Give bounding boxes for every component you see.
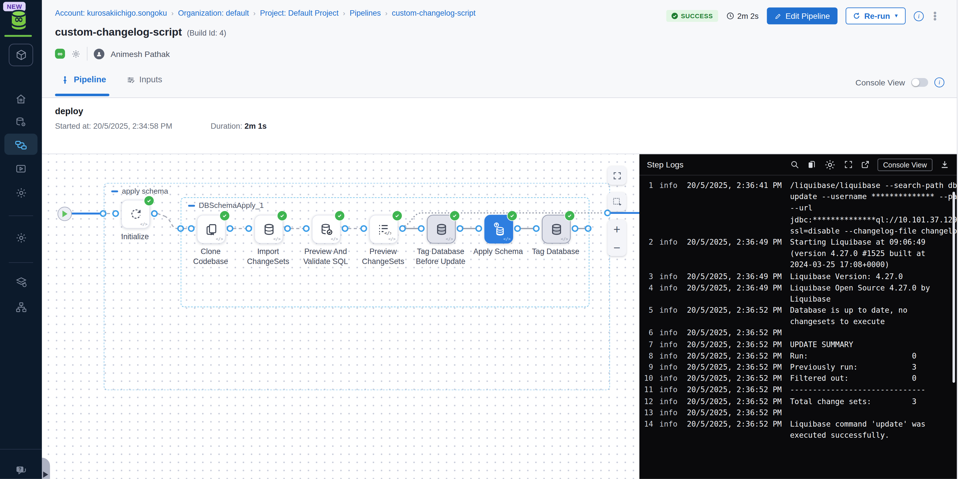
chevron-down-icon: ▼	[894, 13, 899, 19]
code-mark: </>	[140, 222, 148, 227]
nav-pipelines[interactable]	[0, 136, 42, 154]
breadcrumb-link[interactable]: Organization: default	[178, 9, 249, 17]
log-level: info	[659, 362, 678, 373]
module-selector[interactable]	[9, 44, 33, 66]
tab-inputs[interactable]: Inputs	[126, 75, 162, 84]
log-timestamp: 20/5/2025, 2:36:52 PM	[687, 373, 789, 384]
log-message: Starting Liquibase at 09:06:49(version 4…	[790, 237, 925, 271]
log-message: Total change sets: 3	[790, 396, 916, 407]
console-view-toggle[interactable]	[911, 78, 928, 87]
pipeline-meta-row: ∞ Animesh Pathak	[55, 48, 170, 60]
dbgear-icon	[15, 116, 27, 128]
db-icon	[262, 222, 276, 236]
log-timestamp: 20/5/2025, 2:36:52 PM	[687, 350, 789, 362]
code-mark: </>	[388, 237, 396, 242]
gear-icon[interactable]	[824, 159, 836, 171]
breadcrumb-link[interactable]: custom-changelog-script	[392, 9, 476, 17]
zoom-out-button[interactable]: −	[613, 243, 620, 252]
gear-icon[interactable]	[71, 49, 81, 59]
more-options-menu[interactable]: •••	[932, 11, 938, 21]
log-entry-4: 4info20/5/2025, 2:36:49 PMLiquibase Open…	[640, 282, 957, 305]
dbfill-icon	[434, 222, 449, 236]
tab-pipeline[interactable]: Pipeline	[61, 75, 106, 84]
breadcrumb-link[interactable]: Project: Default Project	[260, 9, 339, 17]
step-success-badge	[565, 211, 575, 221]
collapse-icon[interactable]	[188, 205, 195, 206]
elapsed-time: 2m 2s	[726, 12, 759, 21]
build-id: (Build Id: 4)	[187, 29, 226, 38]
nav-help[interactable]: ?	[0, 461, 42, 479]
nav-triggers[interactable]	[0, 184, 42, 203]
play-icon	[62, 211, 68, 217]
log-level: info	[659, 282, 678, 293]
started-at: Started at: 20/5/2025, 2:34:58 PM	[55, 122, 172, 131]
step-success-badge	[449, 211, 460, 221]
log-level: info	[659, 305, 678, 316]
nav-executions[interactable]	[0, 159, 42, 178]
log-entry-8: 8info20/5/2025, 2:36:52 PMRun: 0	[640, 350, 957, 362]
nav-home[interactable]	[0, 89, 42, 108]
log-entry-2: 2info20/5/2025, 2:36:49 PMStarting Liqui…	[640, 237, 957, 271]
canvas-fullscreen-button[interactable]	[608, 166, 626, 185]
divider	[87, 47, 88, 60]
search-icon[interactable]	[790, 160, 799, 169]
log-message: /liquibase/liquibase --search-path dbupd…	[790, 180, 957, 236]
log-line-number: 14	[640, 418, 653, 430]
logo-underline	[4, 35, 32, 37]
nav-environments[interactable]	[0, 273, 42, 292]
log-line-number: 9	[640, 362, 653, 373]
log-level: info	[659, 350, 678, 362]
database-devops-logo-icon[interactable]: ∞	[8, 9, 30, 34]
header-actions: SUCCESS 2m 2s Edit Pipeline	[666, 7, 938, 24]
log-level: info	[659, 418, 678, 430]
edit-pipeline-button[interactable]: Edit Pipeline	[767, 7, 837, 24]
pipeline-canvas[interactable]: apply schemaDBSchemaApply_1 </>Initializ…	[42, 154, 640, 479]
fullscreen-icon[interactable]	[844, 160, 853, 169]
breadcrumb-link[interactable]: Pipelines	[350, 9, 380, 17]
nav-project-settings[interactable]	[0, 228, 42, 247]
collapse-icon[interactable]	[111, 190, 118, 192]
inputs-tab-icon	[126, 75, 135, 84]
log-line-number: 3	[640, 271, 653, 282]
zoom-in-button[interactable]: +	[613, 224, 620, 235]
download-icon[interactable]	[940, 160, 950, 169]
log-message: UPDATE SUMMARY	[790, 339, 853, 350]
log-entry-7: 7info20/5/2025, 2:36:52 PMUPDATE SUMMARY	[640, 339, 957, 350]
log-scrollbar[interactable]	[953, 192, 955, 383]
log-console-view-button[interactable]: Console View	[877, 159, 932, 171]
external-icon[interactable]	[861, 160, 870, 169]
expand-console-arrow[interactable]	[43, 471, 48, 477]
log-timestamp: 20/5/2025, 2:36:52 PM	[687, 396, 789, 407]
log-level: info	[659, 384, 678, 396]
remote-pipeline-icon[interactable]: ∞	[55, 49, 65, 59]
log-message: Liquibase command 'update' wasexecuted s…	[790, 418, 925, 441]
nav-services[interactable]	[0, 298, 42, 317]
step-logs-header: Step Logs Console View	[640, 154, 957, 176]
info-icon[interactable]: i	[914, 11, 924, 21]
home-icon	[15, 93, 27, 105]
breadcrumb-separator: ›	[253, 10, 256, 17]
status-badge: SUCCESS	[666, 10, 718, 22]
pipeline-start-node[interactable]	[57, 207, 72, 221]
nav-database[interactable]	[0, 113, 42, 131]
avatar	[94, 48, 104, 59]
stage-group-dbschemaapply-label[interactable]: DBSchemaApply_1	[188, 201, 264, 210]
svg-text:?: ?	[19, 466, 21, 471]
breadcrumb-link[interactable]: Account: kurosakiichigo.songoku	[55, 9, 167, 17]
log-entry-5: 5info20/5/2025, 2:36:52 PMDatabase is up…	[640, 305, 957, 327]
top-header: Account: kurosakiichigo.songoku›Organiza…	[42, 0, 957, 98]
log-timestamp: 20/5/2025, 2:36:52 PM	[687, 339, 789, 350]
log-timestamp: 20/5/2025, 2:36:49 PM	[687, 282, 789, 293]
log-line-number: 10	[640, 373, 653, 384]
author-name: Animesh Pathak	[111, 49, 170, 59]
canvas-selection-tool-button[interactable]	[608, 192, 626, 211]
step-success-badge	[507, 211, 517, 221]
copy-icon[interactable]	[807, 160, 816, 169]
app-viewport: NEW ∞ ? Account: kurosakiichigo.songoku›…	[0, 0, 980, 479]
rerun-button[interactable]: Re-run ▼	[845, 7, 905, 24]
sidebar: NEW ∞ ?	[0, 0, 42, 479]
step-label-tag-database: Tag Database	[521, 247, 590, 257]
stage-group-apply-schema-label[interactable]: apply schema	[111, 187, 168, 196]
log-level: info	[659, 373, 678, 384]
console-view-info-icon[interactable]: i	[934, 78, 944, 87]
